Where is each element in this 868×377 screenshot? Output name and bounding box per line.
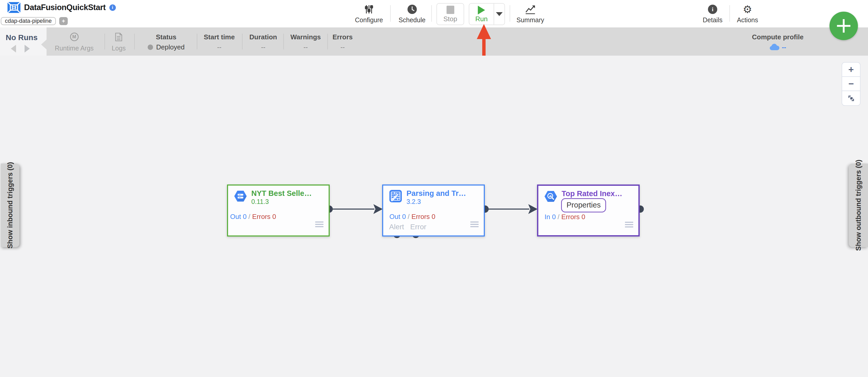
divider bbox=[134, 34, 135, 50]
no-runs-label: No Runs bbox=[6, 33, 37, 42]
node-port-labels: Alert Error bbox=[389, 223, 426, 231]
node-title: Top Rated Inex… bbox=[562, 190, 622, 198]
errors-field: Errors -- bbox=[334, 27, 352, 56]
runtime-args-button[interactable]: M Runtime Args bbox=[54, 27, 95, 56]
node-menu-button[interactable] bbox=[315, 222, 323, 229]
run-selector-notch bbox=[41, 39, 46, 50]
arrowhead-icon bbox=[528, 204, 537, 214]
divider bbox=[390, 5, 391, 22]
divider bbox=[197, 34, 197, 50]
sliders-icon bbox=[364, 4, 374, 15]
node-title: NYT Best Selle… bbox=[251, 189, 312, 198]
inbound-triggers-tab[interactable]: Show inbound triggers (0) bbox=[1, 164, 20, 247]
node-sink[interactable]: Top Rated Inex… Properties In 0 / Errors… bbox=[537, 184, 640, 236]
fit-to-screen-icon bbox=[847, 94, 855, 102]
node-metrics: In 0 / Errors 0 bbox=[545, 213, 585, 221]
logs-button[interactable]: Logs bbox=[107, 27, 130, 56]
configure-button[interactable]: Configure bbox=[353, 3, 384, 25]
stop-icon bbox=[446, 6, 454, 14]
arrowhead-icon bbox=[373, 204, 383, 214]
node-menu-button[interactable] bbox=[625, 222, 633, 229]
duration-field: Duration -- bbox=[250, 27, 277, 56]
pipeline-canvas[interactable]: Show inbound triggers (0) Show outbound … bbox=[0, 56, 868, 377]
divider bbox=[104, 34, 105, 50]
info-icon[interactable]: i bbox=[110, 4, 116, 11]
play-icon bbox=[478, 6, 485, 14]
header: DataFusionQuickStart i cdap-data-pipelin… bbox=[0, 0, 868, 27]
compute-profile-value: -- bbox=[782, 44, 786, 51]
node-source[interactable]: NYT Best Selle… 0.11.3 Out 0 / Errors 0 bbox=[227, 184, 330, 236]
bigquery-sink-icon bbox=[545, 190, 557, 203]
divider bbox=[283, 34, 284, 50]
node-transform[interactable]: Parsing and Tr… 3.2.3 Out 0 / Errors 0 A… bbox=[382, 184, 485, 236]
divider bbox=[327, 34, 328, 50]
next-run-button[interactable] bbox=[25, 45, 30, 53]
node-menu-button[interactable] bbox=[470, 222, 478, 229]
gear-icon: ⚙ bbox=[743, 4, 752, 14]
run-status-bar: No Runs M Runtime Args Logs Status bbox=[0, 27, 868, 56]
alert-port-label: Alert bbox=[389, 223, 404, 231]
chart-line-icon bbox=[525, 4, 536, 15]
zoom-out-button[interactable]: − bbox=[842, 77, 860, 91]
actions-button[interactable]: ⚙ Actions bbox=[733, 3, 762, 25]
clock-icon bbox=[407, 4, 417, 15]
warnings-field: Warnings -- bbox=[291, 27, 321, 56]
node-version: 0.11.3 bbox=[251, 198, 269, 205]
pipeline-studio: DataFusionQuickStart i cdap-data-pipelin… bbox=[0, 0, 868, 377]
summary-button[interactable]: Summary bbox=[515, 3, 546, 25]
node-title: Parsing and Tr… bbox=[406, 189, 466, 198]
wrangler-transform-icon bbox=[390, 190, 402, 202]
zoom-controls: + − bbox=[842, 62, 861, 106]
outbound-triggers-tab[interactable]: Show outbound triggers (0) bbox=[849, 164, 868, 247]
status-dot-icon bbox=[148, 45, 153, 50]
zoom-in-button[interactable]: + bbox=[842, 63, 860, 77]
run-options-dropdown[interactable] bbox=[494, 4, 504, 25]
add-tag-button[interactable]: + bbox=[59, 17, 68, 25]
start-time-field: Start time -- bbox=[204, 27, 235, 56]
error-port-label: Error bbox=[410, 223, 426, 231]
page-title: DataFusionQuickStart bbox=[24, 3, 106, 12]
divider bbox=[730, 5, 730, 22]
stop-button[interactable]: Stop bbox=[436, 3, 464, 25]
previous-run-button[interactable] bbox=[11, 45, 16, 53]
info-circle-icon: i bbox=[708, 5, 717, 14]
node-version: 3.2.3 bbox=[406, 198, 421, 205]
cdap-logo bbox=[7, 2, 21, 13]
fit-to-screen-button[interactable] bbox=[842, 91, 860, 105]
compute-profile-field[interactable]: Compute profile -- bbox=[752, 27, 804, 56]
document-icon bbox=[115, 33, 122, 41]
gcs-source-icon bbox=[234, 190, 247, 202]
details-button[interactable]: i Details bbox=[699, 3, 727, 25]
properties-button[interactable]: Properties bbox=[561, 198, 606, 212]
divider bbox=[509, 5, 510, 22]
cloud-icon bbox=[770, 44, 779, 51]
macro-icon: M bbox=[70, 33, 79, 41]
status-value: Deployed bbox=[156, 44, 185, 51]
divider bbox=[242, 34, 243, 50]
status-field: Status Deployed bbox=[144, 27, 189, 56]
chevron-down-icon bbox=[496, 12, 503, 16]
node-metrics: Out 0 / Errors 0 bbox=[390, 213, 435, 221]
add-plugin-fab-button[interactable] bbox=[830, 12, 858, 40]
node-metrics: Out 0 / Errors 0 bbox=[230, 213, 276, 221]
divider bbox=[431, 5, 432, 22]
run-button[interactable]: Run bbox=[469, 4, 494, 25]
run-selector: No Runs bbox=[0, 27, 46, 56]
pipeline-type-badge: cdap-data-pipeline bbox=[1, 17, 56, 25]
schedule-button[interactable]: Schedule bbox=[397, 3, 427, 25]
